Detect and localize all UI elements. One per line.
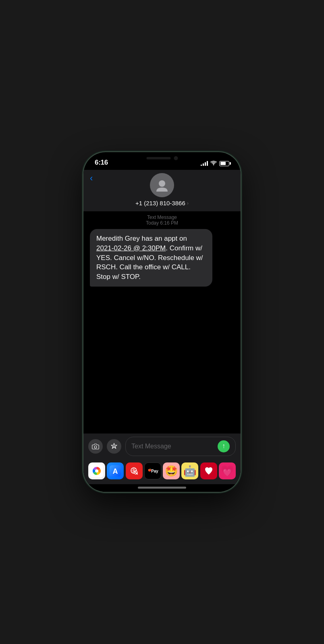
avatar[interactable] <box>150 173 174 197</box>
phone-number: +1 (213) 810-3866 <box>135 200 185 206</box>
contact-info[interactable]: +1 (213) 810-3866 › <box>135 200 189 206</box>
status-time: 6:16 <box>95 159 108 167</box>
back-button[interactable]: ‹ <box>90 173 93 184</box>
appstore-app[interactable]: A <box>107 462 124 479</box>
front-camera <box>174 156 178 160</box>
status-icons <box>201 160 229 167</box>
emoji2-app[interactable]: 🤖 <box>181 462 198 479</box>
message-bubble: Meredith Grey has an appt on 2021-02-26 … <box>90 229 212 287</box>
svg-point-1 <box>159 180 165 187</box>
globe-search-app[interactable] <box>126 462 143 479</box>
emoji1-app[interactable]: 🤩 <box>163 462 180 479</box>
svg-rect-9 <box>129 465 140 477</box>
home-bar <box>138 487 186 489</box>
heart-app[interactable] <box>200 462 217 479</box>
battery-icon <box>219 161 229 166</box>
svg-text:A: A <box>113 444 115 448</box>
message-input[interactable]: Text Message <box>131 443 171 450</box>
svg-point-0 <box>213 164 214 165</box>
notch <box>131 152 193 164</box>
avatar-icon <box>155 178 169 192</box>
partial-app[interactable]: 💗 <box>219 462 236 479</box>
applepay-app[interactable]: 🍎 Pay <box>144 462 161 479</box>
chat-area: Text Message Today 6:16 PM Meredith Grey… <box>83 211 241 433</box>
send-button[interactable]: ↑ <box>218 440 230 452</box>
message-toolbar: A Text Message ↑ <box>83 433 241 459</box>
app-dock: A 🍎 Pay <box>83 459 241 484</box>
message-timestamp: Text Message Today 6:16 PM <box>90 215 234 226</box>
chevron-right-icon: › <box>187 200 189 206</box>
svg-text:Pay: Pay <box>151 469 158 473</box>
message-input-container[interactable]: Text Message ↑ <box>125 437 236 456</box>
speaker <box>146 157 170 159</box>
wifi-icon <box>210 160 217 167</box>
appointment-date: 2021-02-26 @ 2:30PM <box>96 244 166 252</box>
home-indicator-area <box>83 484 241 492</box>
signal-icon <box>201 161 208 166</box>
camera-button[interactable] <box>88 439 103 454</box>
photos-app[interactable] <box>88 462 105 479</box>
send-icon: ↑ <box>222 442 225 450</box>
appstore-button[interactable]: A <box>107 439 121 454</box>
chat-header: ‹ +1 (213) 810-3866 › <box>83 170 241 211</box>
svg-point-6 <box>95 469 98 473</box>
toolbar-row: A Text Message ↑ <box>88 437 236 456</box>
svg-point-2 <box>94 446 97 448</box>
svg-text:A: A <box>113 467 118 475</box>
